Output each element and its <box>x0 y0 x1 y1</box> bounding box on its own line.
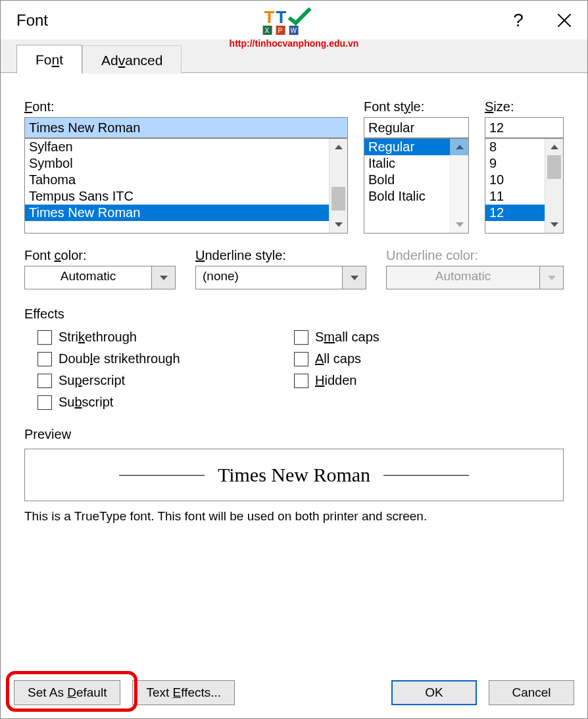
fontcolor-value: Automatic <box>24 266 152 289</box>
chevron-up-icon <box>551 145 558 149</box>
label-size: Size: <box>485 99 564 114</box>
fontcolor-dropdown-button[interactable] <box>152 266 176 289</box>
scroll-up-button[interactable] <box>335 139 343 155</box>
underlinecolor-value: Automatic <box>386 266 540 289</box>
fontstyle-listbox[interactable]: RegularItalicBoldBold Italic <box>364 138 469 234</box>
help-button[interactable]: ? <box>495 7 541 34</box>
chevron-down-icon <box>548 276 556 280</box>
titlebar: Font ? <box>1 1 587 39</box>
size-listbox[interactable]: 89101112 <box>485 138 564 234</box>
underlinestyle-dropdown-button[interactable] <box>343 266 366 289</box>
underlinestyle-value: (none) <box>195 266 343 289</box>
label-underlinestyle: Underline style: <box>195 248 366 263</box>
text-effects-button[interactable]: Text Effects... <box>132 680 235 705</box>
checkbox-superscript[interactable]: Superscript <box>37 373 294 388</box>
fontcolor-combo[interactable]: Automatic <box>24 266 176 289</box>
preview-line-right <box>383 475 469 476</box>
font-scrollbar[interactable] <box>329 139 347 233</box>
fontstyle-scrollbar <box>450 139 468 233</box>
dialog-title: Font <box>16 11 48 30</box>
underlinecolor-dropdown-button <box>540 266 564 289</box>
scroll-thumb[interactable] <box>547 155 561 179</box>
font-dialog: Font ? T T X P W http://tinhocvanphong.e… <box>0 0 588 719</box>
effects-label: Effects <box>24 307 564 322</box>
label-fontstyle: Font style: <box>364 99 469 114</box>
tabstrip: Font Advanced <box>1 39 587 73</box>
close-button[interactable] <box>541 7 587 34</box>
close-icon <box>557 13 572 28</box>
font-hint: This is a TrueType font. This font will … <box>24 509 564 524</box>
preview-text: Times New Roman <box>218 464 370 486</box>
dialog-body: Font: SylfaenSymbolTahomaTempus Sans ITC… <box>1 73 587 671</box>
preview-label: Preview <box>24 427 564 442</box>
font-listbox[interactable]: SylfaenSymbolTahomaTempus Sans ITCTimes … <box>24 138 348 234</box>
ok-button[interactable]: OK <box>391 680 477 705</box>
list-item[interactable]: Times New Roman <box>25 205 347 221</box>
list-item[interactable]: Tempus Sans ITC <box>25 188 347 205</box>
scroll-down-button[interactable] <box>335 216 343 233</box>
effects-group: Strikethrough Double strikethrough Super… <box>24 322 564 410</box>
set-as-default-button[interactable]: Set As Default <box>14 680 120 705</box>
underlinecolor-combo: Automatic <box>386 266 564 289</box>
label-fontcolor: Font color: <box>24 248 176 263</box>
scroll-up-button <box>456 139 464 155</box>
list-item[interactable]: Sylfaen <box>25 139 347 155</box>
chevron-down-icon <box>551 222 558 227</box>
chevron-down-icon <box>456 222 464 227</box>
fontstyle-input[interactable] <box>364 117 469 138</box>
checkbox-subscript[interactable]: Subscript <box>37 395 294 410</box>
button-bar: Set As Default Text Effects... OK Cancel <box>1 671 587 718</box>
scroll-up-button[interactable] <box>551 139 558 155</box>
scroll-thumb[interactable] <box>331 187 345 211</box>
checkbox-strikethrough[interactable]: Strikethrough <box>37 330 294 345</box>
preview-line-left <box>119 475 205 476</box>
size-scrollbar[interactable] <box>545 139 563 233</box>
tab-font[interactable]: Font <box>16 45 82 74</box>
cancel-button[interactable]: Cancel <box>489 680 574 705</box>
chevron-down-icon <box>335 222 343 227</box>
preview-box: Times New Roman <box>24 449 564 501</box>
font-input[interactable] <box>24 117 348 138</box>
list-item[interactable]: Tahoma <box>25 172 347 188</box>
size-input[interactable] <box>485 117 564 138</box>
checkbox-smallcaps[interactable]: Small caps <box>294 330 551 345</box>
underlinestyle-combo[interactable]: (none) <box>195 266 366 289</box>
chevron-down-icon <box>351 276 358 280</box>
label-font: Font: <box>24 99 348 114</box>
chevron-down-icon <box>160 276 168 280</box>
label-underlinecolor: Underline color: <box>386 248 564 263</box>
scroll-down-button[interactable] <box>551 216 558 233</box>
checkbox-double-strikethrough[interactable]: Double strikethrough <box>37 351 294 366</box>
chevron-up-icon <box>335 145 343 149</box>
checkbox-hidden[interactable]: Hidden <box>294 373 551 388</box>
list-item[interactable]: Symbol <box>25 155 347 172</box>
tab-advanced[interactable]: Advanced <box>82 45 182 74</box>
chevron-up-icon <box>456 145 464 149</box>
scroll-down-button <box>456 216 464 233</box>
checkbox-allcaps[interactable]: All caps <box>294 351 551 366</box>
